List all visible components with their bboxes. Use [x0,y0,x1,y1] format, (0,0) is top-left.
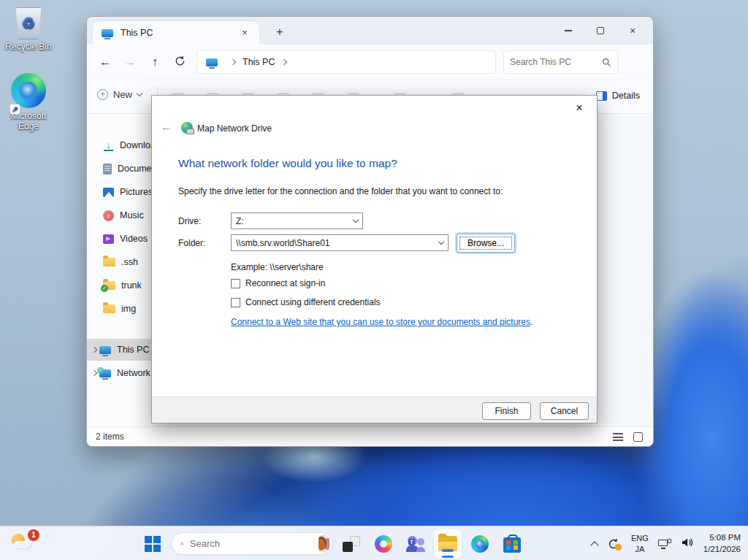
browse-button[interactable]: Browse... [457,234,515,253]
cancel-button[interactable]: Cancel [540,402,589,420]
task-view-button[interactable] [337,529,365,559]
dialog-back-icon[interactable]: ← [161,120,172,134]
new-label: New [113,89,132,100]
reconnect-label: Reconnect at sign-in [245,278,325,288]
minimize-button[interactable] [552,20,584,42]
breadcrumb-this-pc[interactable]: This PC [243,57,275,67]
map-network-drive-dialog: × ← Map Network Drive What network folde… [151,95,598,423]
sidebar-label: Pictures [120,187,153,197]
clock[interactable]: 5:08 PM 1/21/2026 [703,532,741,555]
back-icon[interactable]: ← [93,55,118,69]
folder-combobox[interactable]: \\smb.srv.world\Share01 [231,234,449,251]
details-pane-button[interactable]: Details [596,91,640,101]
network-icon [99,369,111,377]
thumbnail-view-icon[interactable] [633,432,643,442]
store-button[interactable] [498,529,526,559]
language-secondary: JA [635,545,644,553]
file-explorer-icon [438,536,457,551]
file-explorer-button[interactable] [434,529,462,559]
example-text: Example: \\server\share [231,262,324,272]
teams-icon: T [406,536,425,552]
explorer-search-box[interactable] [503,50,618,74]
navigation-pane: ↓ Downloads Documents Pictures ♪ Music V… [87,114,154,426]
sync-check-icon: ✓ [101,285,108,292]
credentials-checkbox-row[interactable]: Connect using different credentials [231,297,381,307]
reconnect-checkbox[interactable] [231,279,240,288]
dialog-heading: What network folder would you like to ma… [178,157,397,170]
reconnect-checkbox-row[interactable]: Reconnect at sign-in [231,278,325,288]
language-primary: ENG [631,534,649,542]
this-pc-icon [206,58,218,66]
edge-icon [11,73,46,108]
folder-sync-icon: ✓ [103,281,115,290]
notification-badge: 1 [28,529,39,541]
taskbar-search-input[interactable] [190,538,318,549]
active-indicator [442,556,454,558]
copilot-button[interactable] [370,529,397,559]
pictures-icon [103,188,114,197]
drive-value: Z: [236,216,244,226]
details-label: Details [612,91,640,101]
folder-value: \\smb.srv.world\Share01 [236,238,330,248]
details-pane-icon [596,91,607,101]
date-text: 1/21/2026 [703,545,741,553]
web-site-link[interactable]: Connect to a Web site that you can use t… [231,317,530,327]
sidebar-label: Music [120,210,144,220]
explorer-search-input[interactable] [510,57,590,67]
sidebar-label: Network [117,368,150,378]
edge-icon [471,535,489,553]
start-button[interactable] [139,529,167,559]
network-tray-icon[interactable] [658,539,671,549]
edge-desktop-icon[interactable]: ↗ Microsoft Edge [3,73,54,131]
address-bar: ← → ↑ This PC [87,45,653,80]
chevron-right-icon[interactable] [91,347,97,353]
tab-close-icon[interactable]: × [237,26,252,40]
new-button[interactable]: + New [97,89,142,100]
new-tab-button[interactable]: + [271,24,289,42]
folder-icon [103,304,115,313]
finish-button[interactable]: Finish [482,402,531,420]
teams-button[interactable]: T [402,529,430,559]
language-indicator[interactable]: ENG JA [631,533,649,554]
store-icon [503,537,521,553]
plus-icon: + [97,89,108,100]
chevron-down-icon [353,217,359,223]
update-pending-dot [615,544,622,551]
dialog-subtext: Specify the drive letter for the connect… [178,186,503,196]
chevron-right-icon [281,59,287,65]
time-text: 5:08 PM [709,533,741,542]
downloads-icon: ↓ [103,140,114,151]
close-button[interactable]: × [617,20,649,42]
shortcut-arrow-icon: ↗ [10,104,20,114]
search-highlight-image [318,534,329,553]
maximize-button[interactable] [584,20,617,42]
recycle-bin-desktop-icon[interactable]: ♻ Recycle Bin [3,7,54,52]
sidebar-label: Videos [120,234,148,244]
drive-select[interactable]: Z: [231,212,363,229]
cloud-icon [13,541,32,550]
music-icon: ♪ [103,210,114,221]
folder-label: Folder: [178,238,205,248]
windows-update-icon[interactable] [607,537,622,551]
forward-icon[interactable]: → [118,55,142,69]
sidebar-label: This PC [117,345,149,355]
list-view-icon[interactable] [613,433,623,441]
weather-widget[interactable]: 1 [10,532,38,556]
tab-strip: This PC × + × [87,17,653,45]
sidebar-label: .ssh [121,257,138,267]
recycle-bin-label: Recycle Bin [3,42,54,52]
volume-icon[interactable] [681,537,694,551]
up-icon[interactable]: ↑ [142,55,167,69]
this-pc-icon [102,29,113,37]
dialog-close-icon[interactable]: × [570,100,588,116]
edge-button[interactable] [466,529,494,559]
chevron-right-icon[interactable] [91,370,97,376]
tab-this-pc[interactable]: This PC × [93,21,259,45]
breadcrumb[interactable]: This PC [196,50,496,74]
refresh-icon[interactable] [167,55,192,69]
taskbar-search-box[interactable] [171,532,333,555]
credentials-label: Connect using different credentials [245,297,381,307]
credentials-checkbox[interactable] [231,298,240,307]
link-period: . [530,317,533,327]
tray-chevron-up-icon[interactable] [590,541,598,549]
